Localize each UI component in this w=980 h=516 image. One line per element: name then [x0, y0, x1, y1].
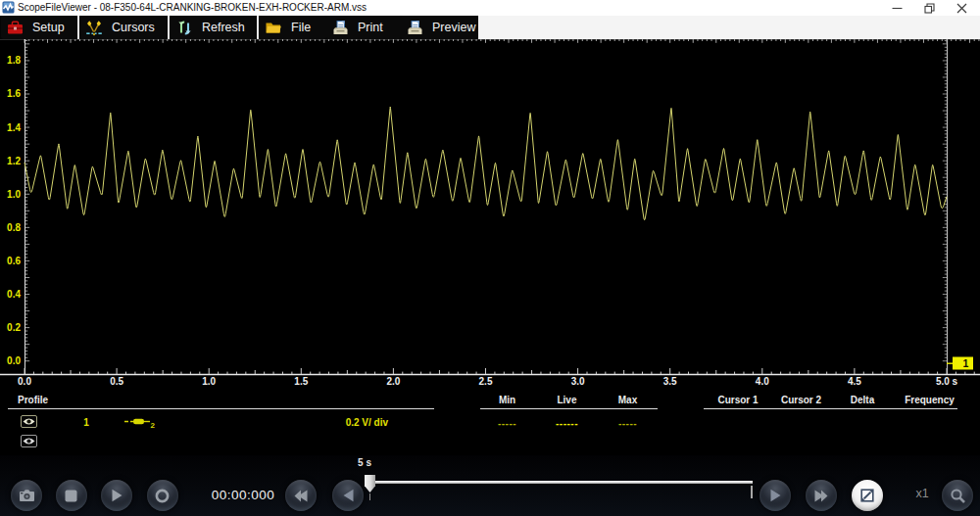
record-icon [155, 489, 170, 503]
channel-1-min-value: ----- [485, 418, 529, 429]
col-live-header: Live [545, 395, 589, 405]
time-display: 00:00:000 [206, 488, 280, 505]
close-button[interactable] [948, 0, 975, 16]
app-icon [2, 1, 15, 14]
col-delta-header: Delta [840, 395, 885, 405]
position-slider-track[interactable] [375, 481, 753, 484]
menu-cursors-label: Cursors [103, 21, 155, 34]
step-forward-button[interactable] [760, 480, 791, 511]
profile-panel: Profile Min Live Max Cursor 1 Cursor 2 D… [0, 392, 980, 455]
channel-1-live-value: ------ [545, 418, 589, 429]
svg-text:0.0: 0.0 [18, 376, 31, 387]
svg-text:3.0: 3.0 [571, 376, 585, 387]
close-icon [956, 3, 967, 14]
svg-text:1.5: 1.5 [294, 376, 308, 387]
profile-header: Profile [18, 395, 48, 405]
svg-text:4.0: 4.0 [756, 376, 769, 387]
svg-text:0.4: 0.4 [7, 289, 21, 300]
svg-text:0.8: 0.8 [7, 222, 21, 233]
menu-cursors-button[interactable]: Cursors [80, 16, 168, 39]
step-back-icon [342, 489, 355, 502]
cursors-underline [704, 408, 957, 409]
refresh-icon [175, 20, 193, 36]
col-cursor2-header: Cursor 2 [775, 395, 827, 405]
menu-separator [257, 16, 259, 39]
record-button[interactable] [147, 480, 178, 511]
rewind-icon [293, 490, 309, 502]
icon-graphic [7, 20, 24, 35]
col-cursor1-header: Cursor 1 [712, 395, 763, 405]
menu-file-label: File [282, 21, 311, 34]
channel-1-number: 1 [78, 417, 94, 428]
svg-text:3.5: 3.5 [663, 376, 677, 387]
fast-forward-button[interactable] [806, 480, 837, 511]
stop-button[interactable] [56, 480, 87, 511]
printer-preview-icon [406, 20, 423, 36]
col-min-header: Min [485, 395, 529, 405]
probe-icon: 2 [124, 416, 156, 429]
svg-text:0.5: 0.5 [110, 376, 123, 387]
play-icon [110, 489, 123, 502]
menu-print-label: Print [349, 21, 383, 34]
transport-bar: 00:00:000 5 s [0, 455, 980, 516]
zoom-button[interactable] [942, 480, 973, 511]
time-window-label: 5 s [352, 457, 377, 468]
svg-text:1.0: 1.0 [7, 189, 21, 200]
channel-1-badge[interactable]: 1 [947, 357, 973, 370]
menu-preview-label: Preview [423, 21, 475, 34]
menu-setup-button[interactable]: Setup [1, 16, 77, 39]
printer-icon [331, 20, 349, 36]
channel-1-scale: 0.2 V/ div [319, 417, 388, 428]
menu-separator [168, 16, 170, 39]
svg-text:1.4: 1.4 [7, 122, 21, 133]
eye-icon [23, 437, 35, 446]
scope-display[interactable]: 1.81.61.41.21.00.80.60.40.20.0 0.00.51.0… [0, 39, 980, 392]
step-back-button[interactable] [332, 480, 364, 511]
restore-button[interactable] [915, 0, 943, 16]
menubar: Setup [0, 16, 980, 39]
fit-to-screen-icon [858, 487, 876, 504]
window-title: ScopeFileViewer - 08-F350-64L-CRANKING-B… [18, 2, 367, 14]
svg-text:0.6: 0.6 [7, 256, 21, 266]
menu-refresh-button[interactable]: Refresh [171, 16, 257, 39]
cursors-icon [85, 20, 103, 36]
profile-underline [8, 408, 434, 409]
menu-strip: Setup [0, 16, 478, 39]
waveform-trace [24, 107, 947, 220]
magnifier-icon [950, 488, 966, 504]
snapshot-button[interactable] [11, 480, 42, 511]
menu-print-button[interactable]: Print [326, 16, 401, 39]
position-slider-thumb[interactable] [365, 475, 375, 493]
probe-number: 2 [151, 421, 156, 429]
icon-graphic [265, 20, 282, 35]
col-frequency-header: Frequency [902, 395, 957, 405]
rewind-button[interactable] [285, 480, 317, 511]
eye-icon [23, 417, 35, 426]
svg-text:1.2: 1.2 [7, 156, 21, 166]
svg-text:0.0: 0.0 [7, 355, 21, 366]
x-axis [0, 368, 980, 375]
fit-to-screen-button[interactable] [852, 480, 883, 511]
scopefileviewer-window: ScopeFileViewer - 08-F350-64L-CRANKING-B… [0, 0, 980, 516]
icon-graphic [407, 20, 423, 36]
svg-text:4.5: 4.5 [848, 376, 861, 387]
minimize-button[interactable] [883, 0, 910, 16]
menu-setup-label: Setup [24, 21, 65, 34]
menu-file-button[interactable]: File [260, 16, 326, 39]
channel-2-visibility-toggle[interactable] [21, 435, 37, 447]
play-button[interactable] [101, 480, 132, 511]
icon-graphic [332, 20, 349, 36]
menu-separator [77, 16, 79, 39]
slider-end-tick [751, 486, 753, 498]
slider-thumb-tick [369, 493, 370, 500]
svg-text:0.2: 0.2 [7, 322, 21, 333]
step-forward-icon [769, 489, 782, 502]
y-axis-labels: 1.81.61.41.21.00.80.60.40.20.0 [7, 55, 21, 366]
menu-refresh-label: Refresh [193, 21, 245, 34]
icon-graphic [85, 20, 103, 36]
channel-1-visibility-toggle[interactable] [21, 415, 37, 428]
svg-text:5.0 s: 5.0 s [936, 376, 958, 387]
menu-preview-button[interactable]: Preview [401, 16, 477, 39]
svg-text:1: 1 [963, 357, 969, 369]
svg-text:1.6: 1.6 [7, 88, 21, 99]
